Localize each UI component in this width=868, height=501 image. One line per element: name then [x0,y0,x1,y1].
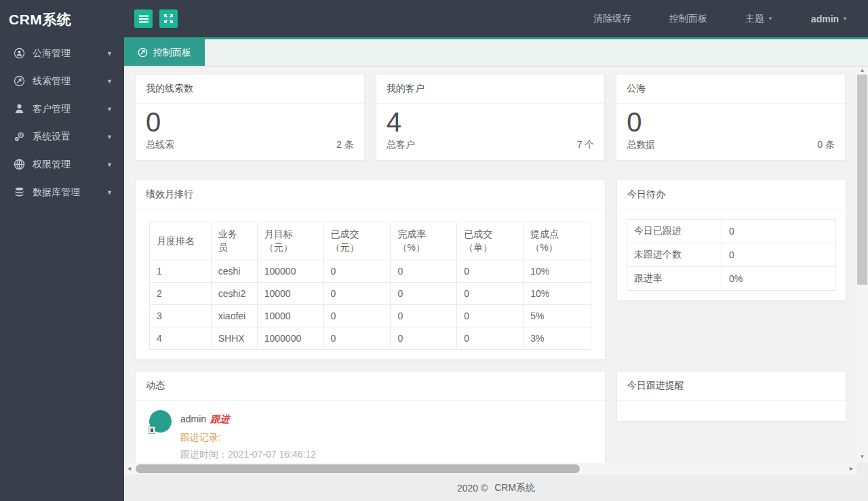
avatar-badge-icon [149,426,155,434]
fullscreen-button[interactable] [159,9,178,28]
sidebar-item-permissions[interactable]: 权限管理 ▼ [0,151,124,178]
tab-label: 控制面板 [153,47,191,59]
stat-total-label: 总线索 [146,139,174,151]
control-panel-link[interactable]: 控制面板 [669,13,707,25]
horizontal-scrollbar-thumb[interactable] [136,464,580,473]
bottom-row: 动态 admin跟进 跟进记录: 跟进时间：2021-07-07 16:46:1… [135,371,846,463]
stat-card-title: 我的线索数 [136,75,364,104]
scroll-left-icon[interactable]: ◄ [126,463,132,475]
todo-cell: 今日已跟进 [627,220,722,243]
performance-cell: xiaofei [211,305,257,327]
performance-cell: 10% [524,283,591,305]
tab-bar: 控制面板 [124,37,868,66]
reminder-panel: 今日跟进提醒 [616,371,846,422]
sidebar-item-label: 线索管理 [33,75,106,87]
main-content: 我的线索数 0 总线索 2 条 我的客户 4 总客户 7 个 公海 0 总 [124,66,856,463]
performance-cell: 10000 [257,305,323,327]
sidebar-item-label: 公海管理 [33,47,106,60]
activity-item: admin跟进 跟进记录: 跟进时间：2021-07-07 16:46:12 [136,401,605,463]
sidebar-item-label: 客户管理 [33,103,106,115]
tab-control-panel[interactable]: 控制面板 [124,39,205,66]
crm-app: CRM系统 公海管理 ▼ 线索管理 ▼ 客户管理 [0,0,868,501]
user-icon [14,103,25,115]
col-monthly-rank: 月度排名 [150,222,212,260]
activity-panel: 动态 admin跟进 跟进记录: 跟进时间：2021-07-07 16:46:1… [135,371,606,463]
todo-cell: 0 [722,243,836,267]
activity-action-link[interactable]: 跟进 [210,414,229,424]
activity-user: admin [180,414,206,424]
performance-cell: 0 [457,260,524,283]
sidebar-item-customers[interactable]: 客户管理 ▼ [0,95,124,123]
performance-cell: 0 [457,283,524,305]
scroll-down-icon[interactable]: ▼ [856,453,868,461]
sidebar-item-leads[interactable]: 线索管理 ▼ [0,67,124,95]
todo-row: 跟进率0% [627,267,836,291]
menu-toggle-button[interactable] [134,9,153,28]
todo-row: 未跟进个数0 [627,243,836,267]
performance-row: 4SHHX10000000003% [150,327,591,350]
performance-row: 3xiaofei100000005% [150,305,591,327]
performance-cell: 0 [323,327,391,350]
performance-header-row: 月度排名 业务员 月目标（元） 已成交（元） 完成率（%） 已成交（单） 提成点… [150,222,591,260]
performance-cell: 0 [391,283,457,305]
performance-cell: 2 [150,283,212,305]
chevron-down-icon: ▼ [106,161,113,168]
todo-row: 今日已跟进0 [627,220,836,243]
stat-card-title: 我的客户 [376,75,605,104]
sidebar: CRM系统 公海管理 ▼ 线索管理 ▼ 客户管理 [0,0,124,501]
performance-table-body: 1ceshi10000000010%2ceshi21000000010%3xia… [150,260,591,350]
performance-cell: 0 [323,305,391,327]
performance-cell: 0 [391,327,457,350]
compass-icon [14,75,25,87]
chevron-down-icon: ▼ [106,50,113,57]
performance-cell: ceshi2 [211,283,257,305]
horizontal-scrollbar[interactable]: ◄ ► [124,463,856,475]
performance-cell: SHHX [211,327,257,350]
stat-total-label: 总客户 [387,139,415,151]
performance-row: 1ceshi10000000010% [150,260,591,283]
stat-card-row: 我的线索数 0 总线索 2 条 我的客户 4 总客户 7 个 公海 0 总 [135,74,846,161]
scroll-right-icon[interactable]: ► [848,463,854,475]
vertical-scrollbar-thumb[interactable] [857,75,867,285]
compass-icon [138,47,148,58]
performance-cell: 0 [323,260,391,283]
stat-card-value: 0 [136,104,364,138]
sidebar-item-label: 权限管理 [33,159,106,171]
performance-panel: 绩效月排行 月度排名 业务员 月目标（元） 已成交（元） 完成率（%） 已成交（… [135,180,606,360]
activity-record-label: 跟进记录: [180,432,316,444]
fullscreen-icon [164,14,173,23]
scroll-up-icon[interactable]: ▲ [856,66,868,75]
clear-cache-link[interactable]: 清除缓存 [593,13,631,25]
reminder-body [617,401,846,421]
sidebar-item-settings[interactable]: 系统设置 ▼ [0,123,124,151]
vertical-scrollbar[interactable]: ▲ ▼ [856,66,868,463]
performance-cell: ceshi [211,260,257,283]
performance-row: 2ceshi21000000010% [150,283,591,305]
performance-cell: 1000000 [257,327,323,350]
stat-total-value: 0 条 [817,139,835,151]
performance-table: 月度排名 业务员 月目标（元） 已成交（元） 完成率（%） 已成交（单） 提成点… [149,222,591,350]
username-label: admin [811,14,839,24]
todo-title: 今日待办 [617,180,846,209]
todo-table: 今日已跟进0未跟进个数0跟进率0% [627,219,836,291]
stat-total-label: 总数据 [627,139,655,151]
clear-cache-label: 清除缓存 [593,13,631,25]
page-footer: 2020 © CRM系统 [124,475,868,501]
performance-cell: 10% [524,260,591,283]
theme-dropdown[interactable]: 主题▼ [745,13,773,25]
performance-cell: 3% [524,327,591,350]
scrollbar-corner [856,463,868,475]
sidebar-menu: 公海管理 ▼ 线索管理 ▼ 客户管理 ▼ [0,39,124,206]
stat-card-value: 4 [376,104,605,138]
col-closed-amount: 已成交（元） [323,222,391,260]
col-salesperson: 业务员 [211,222,257,260]
todo-cell: 0 [722,220,836,243]
sidebar-item-database[interactable]: 数据库管理 ▼ [0,178,124,206]
col-completion-rate: 完成率（%） [391,222,457,260]
performance-cell: 100000 [257,260,323,283]
sidebar-item-public-sea[interactable]: 公海管理 ▼ [0,39,124,67]
user-dropdown[interactable]: admin▼ [811,14,848,24]
chevron-down-icon: ▼ [106,78,113,85]
todo-cell: 跟进率 [627,267,722,291]
performance-cell: 0 [457,327,524,350]
